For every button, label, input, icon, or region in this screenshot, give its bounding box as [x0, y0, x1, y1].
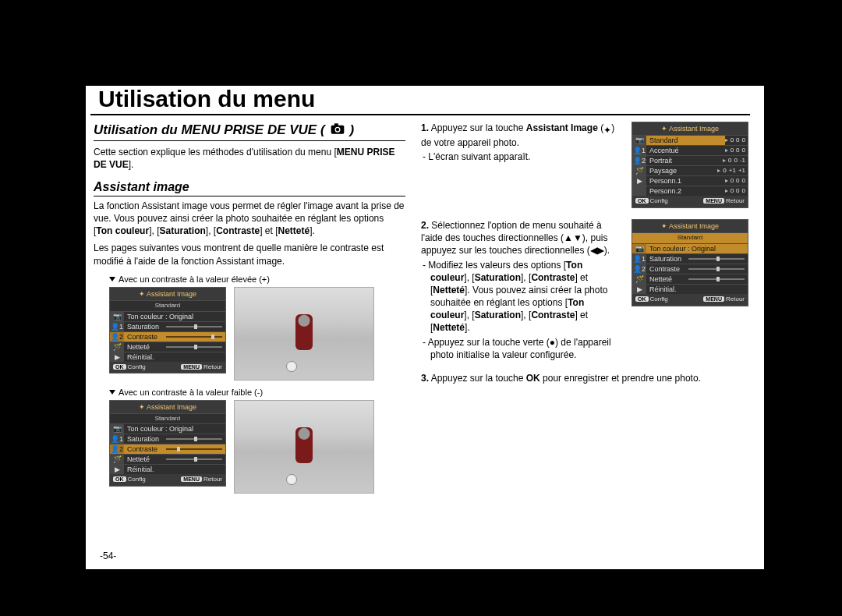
wand-icon: 🪄	[632, 166, 646, 175]
lcd-footer: OKConfig MENURetour	[110, 362, 225, 373]
lcd-label: Standard	[646, 136, 725, 145]
menu-badge: MENU	[703, 198, 724, 204]
step-1-mid: (	[598, 122, 603, 133]
lcd-label: Contraste	[124, 332, 163, 342]
lcd-label: Saturation	[124, 322, 163, 331]
svg-point-3	[335, 128, 338, 131]
camera-mode-icon: 📷	[110, 312, 124, 321]
p1-m2: ], [	[206, 225, 216, 236]
p1-m1: ], [	[149, 225, 159, 236]
lcd-label: Paysage	[646, 166, 717, 175]
ok-badge: OK	[113, 476, 126, 482]
foot-retour: Retour	[726, 296, 745, 303]
play-icon: ▶	[632, 176, 646, 186]
lcd-footer: OKConfig MENURetour	[632, 294, 748, 306]
lcd-vals: ▸0+1+1	[717, 166, 748, 175]
left-column: Utilisation du MENU PRISE DE VUE ( ) Cet…	[94, 122, 405, 498]
intro-pre: Cette section explique les méthodes d'ut…	[94, 147, 337, 158]
play-icon: ▶	[632, 285, 646, 294]
p1-m3: ] et [	[260, 225, 278, 236]
step-2-bullet1: Modifiez les valeurs des options [Ton co…	[430, 259, 624, 335]
lcd-label: Portrait	[646, 156, 723, 165]
lcd-vals: ▸000	[725, 146, 748, 155]
intro-post: ].	[129, 159, 134, 170]
lcd-row-contrast: 👤2Contraste	[632, 264, 748, 274]
foot-retour: Retour	[203, 363, 222, 370]
lcd-row-ton: 📷Ton couleur : Original	[110, 423, 225, 434]
v: 0	[736, 177, 739, 186]
b: Contraste	[531, 272, 575, 283]
step-3: 3. Appuyez sur la touche OK pour enregis…	[421, 372, 748, 384]
p1-b1: Ton couleur	[96, 225, 149, 236]
lcd-row-sat: 👤1Saturation	[110, 321, 225, 331]
lcd-title: ✦ Assistant Image	[632, 220, 748, 232]
lcd-label: Personn.2	[646, 186, 725, 196]
lcd-label: Personn.1	[646, 176, 725, 186]
m: ], [	[521, 310, 531, 320]
camera-mode-icon: 📷	[632, 136, 646, 145]
step-2-num: 2.	[421, 220, 429, 231]
step-1-pre: Appuyez sur la touche	[429, 122, 526, 133]
foot-config: Config	[650, 296, 668, 303]
v: 0	[723, 167, 726, 175]
lcd-vals: ▸000	[725, 176, 748, 186]
lcd-row-net: 🪄Netteté	[632, 274, 748, 284]
lcd-label: Accentué	[646, 146, 725, 155]
camera-icon	[330, 122, 345, 140]
v: 0	[742, 136, 745, 145]
v: 0	[742, 187, 745, 196]
section-header: Utilisation du MENU PRISE DE VUE ( )	[94, 122, 405, 141]
m: ], [	[464, 310, 474, 320]
lcd-title-text: Assistant Image	[147, 403, 196, 411]
example-low: ✦ Assistant Image Standard 📷Ton couleur …	[109, 400, 405, 494]
lcd-label: Saturation	[124, 434, 163, 444]
lcd-preset-list: ✦ Assistant Image 📷Standard▸000 👤1Accent…	[632, 122, 748, 208]
person1-icon: 👤1	[110, 322, 124, 331]
caption-low: Avec un contraste à la valeur faible (-)	[109, 387, 405, 398]
lcd-label: Ton couleur : Original	[646, 244, 748, 253]
lcd-label: Contraste	[646, 264, 685, 274]
menu-badge: MENU	[181, 364, 202, 370]
lcd-title-text: Assistant Image	[669, 222, 719, 230]
play-icon: ▶	[110, 352, 124, 362]
lcd-row-sat: 👤1Saturation	[110, 434, 225, 444]
foot-config: Config	[128, 363, 146, 370]
lcd-label: Contraste	[124, 444, 163, 454]
caption-high: Avec un contraste à la valeur élevée (+)	[109, 274, 405, 285]
lcd-subhead: Standard	[632, 232, 748, 243]
page-number: -54-	[100, 551, 116, 561]
slider	[163, 342, 225, 352]
subsection-header: Assistant image	[94, 179, 405, 196]
slider	[163, 332, 225, 342]
person2-icon: 👤2	[110, 444, 124, 454]
v: 0	[731, 147, 734, 155]
step-2: 2. Sélectionnez l'option de menu souhait…	[421, 219, 748, 361]
lcd-label: Réinitial.	[124, 352, 225, 362]
lcd-sliders-step2: ✦ Assistant Image Standard 📷Ton couleur …	[632, 219, 748, 306]
slider	[685, 274, 748, 284]
sample-photo-high	[234, 287, 374, 381]
step-3-pre: Appuyez sur la touche	[429, 373, 526, 384]
lcd-label: Saturation	[646, 254, 685, 264]
lcd-label: Ton couleur : Original	[124, 424, 225, 434]
v: 0	[742, 147, 745, 155]
v: 0	[742, 177, 745, 186]
menu-badge: MENU	[703, 296, 724, 302]
person2-icon: 👤2	[632, 156, 646, 165]
caption-high-text: Avec un contraste à la valeur élevée (+)	[119, 274, 270, 284]
triangle-down-icon	[109, 277, 115, 281]
lcd-row: 👤2Portrait▸00-1	[632, 155, 748, 165]
person1-icon: 👤1	[110, 434, 124, 444]
palette-icon: ✦	[139, 403, 145, 411]
camera-mode-icon: 📷	[110, 424, 124, 434]
lcd-row: 👤1Accentué▸000	[632, 145, 748, 155]
lcd-row-reset: ▶Réinitial.	[110, 352, 225, 362]
step-1-text: 1. Appuyez sur la touche Assistant Image…	[421, 122, 624, 164]
palette-icon: ✦	[603, 124, 611, 136]
step-3-bold: OK	[526, 373, 540, 384]
lcd-row-ton: 📷Ton couleur : Original	[632, 243, 748, 253]
page: Utilisation du menu Utilisation du MENU …	[86, 86, 764, 569]
lcd-sliders-low: ✦ Assistant Image Standard 📷Ton couleur …	[109, 400, 226, 487]
section-header-text: Utilisation du MENU PRISE DE VUE (	[94, 122, 325, 140]
lcd-title-text: Assistant Image	[147, 290, 196, 298]
